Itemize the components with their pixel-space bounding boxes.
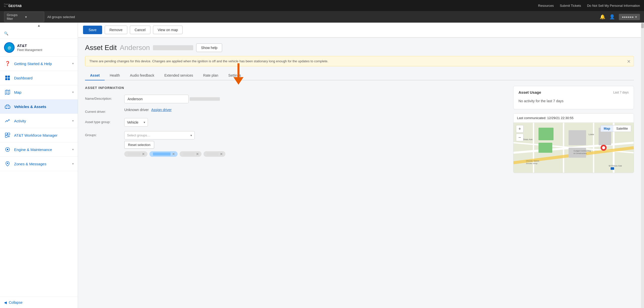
svg-rect-7 bbox=[5, 78, 7, 80]
right-panel: Asset Usage Last 7 days No activity for … bbox=[513, 86, 634, 173]
toolbar: Save Remove Cancel View on map bbox=[78, 23, 641, 37]
sidebar-search-area: 🔍 bbox=[0, 28, 78, 39]
tag-item-3: ✕ bbox=[180, 151, 202, 157]
notification-bell-icon[interactable]: 🔔 bbox=[600, 14, 605, 20]
tag-item-1: ✕ bbox=[124, 151, 147, 157]
remove-button[interactable]: Remove bbox=[105, 26, 127, 34]
asset-usage-header: Asset Usage Last 7 days bbox=[518, 90, 629, 94]
svg-marker-9 bbox=[5, 90, 10, 94]
collapse-sidebar-button[interactable]: ◀ Collapse bbox=[0, 297, 78, 308]
map-type-map-button[interactable]: Map bbox=[601, 125, 613, 132]
tag-close-icon[interactable]: ✕ bbox=[142, 152, 145, 156]
svg-text:GEOTAB: GEOTAB bbox=[8, 4, 22, 8]
tag-item-2: ✕ bbox=[149, 151, 178, 157]
type-select[interactable]: Vehicle bbox=[125, 118, 141, 126]
groups-placeholder: Select groups... bbox=[125, 131, 188, 139]
engine-label: Engine & Maintenance bbox=[14, 147, 69, 152]
tab-extended[interactable]: Extended services bbox=[159, 71, 198, 80]
tab-audio[interactable]: Audio feedback bbox=[125, 71, 159, 80]
main-layout: ▲ 🔍 @ AT&T Fleet Management ❓ G bbox=[0, 23, 644, 308]
tag-label bbox=[128, 152, 140, 156]
map-type-satellite-button[interactable]: Satellite bbox=[613, 125, 631, 132]
submit-tickets-link[interactable]: Submit Tickets bbox=[560, 4, 581, 8]
tab-settings[interactable]: Settings bbox=[223, 71, 246, 80]
tab-health[interactable]: Health bbox=[105, 71, 125, 80]
groups-label: Groups: bbox=[85, 131, 120, 137]
assign-driver-link[interactable]: Assign driver bbox=[151, 108, 172, 112]
alert-banner: There are pending changes for this devic… bbox=[85, 56, 634, 66]
svg-text:Cudgel Contracting: Cudgel Contracting bbox=[574, 150, 591, 152]
map-label: Map bbox=[14, 90, 69, 94]
type-select-wrapper: Vehicle ▾ bbox=[124, 118, 148, 127]
sidebar-item-workforce[interactable]: AT&T Workforce Manager bbox=[0, 128, 78, 142]
asset-id-redacted bbox=[153, 45, 193, 50]
sidebar-item-vehicles[interactable]: Vehicles & Assets bbox=[0, 99, 78, 114]
scroll-up-area: ▲ bbox=[0, 23, 78, 28]
map-last-comm: Last communicated: 12/29/21 22:30:55 bbox=[513, 114, 634, 123]
chevron-down-icon: ▾ bbox=[25, 15, 42, 19]
engine-icon bbox=[4, 146, 11, 153]
chevron-down-icon: ▾ bbox=[72, 162, 74, 166]
alert-close-button[interactable]: ✕ bbox=[627, 59, 631, 64]
geotab-logo: Powered by GEOTAB bbox=[4, 3, 28, 8]
brand-logo-icon: @ bbox=[4, 42, 15, 53]
tag-close-icon[interactable]: ✕ bbox=[220, 152, 223, 156]
sidebar-item-engine[interactable]: Engine & Maintenance ▾ bbox=[0, 142, 78, 157]
map-card: Last communicated: 12/29/21 22:30:55 bbox=[513, 113, 634, 173]
scrollbar-thumb[interactable] bbox=[641, 23, 644, 28]
sidebar-item-dashboard[interactable]: Dashboard bbox=[0, 71, 78, 85]
tag-close-icon[interactable]: ✕ bbox=[196, 152, 199, 156]
page-content: Asset Edit Anderson Show help There are … bbox=[78, 37, 641, 308]
map-container: S Holmes Ave Loew Cudgel Contracting & C… bbox=[513, 123, 634, 173]
svg-point-39 bbox=[602, 146, 605, 149]
user-menu-button[interactable]: ●●●●●● ▾ bbox=[619, 14, 640, 20]
activity-icon bbox=[4, 117, 11, 124]
asset-usage-title: Asset Usage bbox=[518, 90, 541, 94]
sidebar-nav-list: ❓ Getting Started & Help ▾ Dashboard Map… bbox=[0, 57, 78, 297]
zoom-in-button[interactable]: + bbox=[516, 125, 524, 133]
scroll-up-button[interactable]: ▲ bbox=[0, 23, 78, 28]
svg-point-14 bbox=[8, 108, 9, 109]
zones-label: Zones & Messages bbox=[14, 162, 69, 166]
driver-label: Current driver: bbox=[85, 108, 120, 114]
resources-link[interactable]: Resources bbox=[538, 4, 554, 8]
vehicles-icon bbox=[4, 103, 11, 110]
collapse-label: Collapse bbox=[9, 300, 22, 304]
do-not-sell-link[interactable]: Do Not Sell My Personal Information bbox=[587, 4, 640, 8]
alert-message: There are pending changes for this devic… bbox=[89, 59, 328, 63]
asset-edit-prefix: Asset Edit bbox=[85, 44, 117, 52]
map-controls: + − bbox=[516, 125, 524, 141]
groups-select-wrapper[interactable]: Select groups... ▾ bbox=[124, 131, 195, 139]
two-column-layout: ASSET INFORMATION Name/Description: Curr… bbox=[85, 86, 634, 173]
tab-rate[interactable]: Rate plan bbox=[198, 71, 223, 80]
chevron-down-icon: ▾ bbox=[72, 62, 74, 65]
reset-selection-button[interactable]: Reset selection bbox=[124, 141, 154, 149]
zoom-out-button[interactable]: − bbox=[516, 134, 524, 141]
save-button[interactable]: Save bbox=[83, 26, 102, 34]
asset-name-in-title: Anderson bbox=[120, 44, 150, 52]
svg-rect-12 bbox=[5, 106, 10, 108]
svg-rect-33 bbox=[539, 128, 554, 140]
tag-label bbox=[153, 152, 171, 156]
asset-info-section-title: ASSET INFORMATION bbox=[85, 86, 507, 90]
tag-item-4: ✕ bbox=[204, 151, 225, 157]
sidebar-item-activity[interactable]: Activity ▾ bbox=[0, 114, 78, 128]
sidebar-item-getting-started[interactable]: ❓ Getting Started & Help ▾ bbox=[0, 57, 78, 71]
svg-point-21 bbox=[7, 149, 8, 150]
group-tags: ✕ ✕ ✕ bbox=[124, 151, 225, 157]
groups-filter-dropdown[interactable]: Groups filter ▾ bbox=[4, 12, 44, 22]
collapse-icon: ◀ bbox=[4, 300, 7, 304]
sidebar-item-zones[interactable]: Zones & Messages ▾ bbox=[0, 157, 78, 171]
name-input[interactable] bbox=[124, 95, 189, 103]
view-on-map-button[interactable]: View on map bbox=[153, 26, 183, 34]
svg-rect-16 bbox=[8, 133, 10, 135]
sidebar-item-map[interactable]: Map ▾ bbox=[0, 85, 78, 99]
cancel-button[interactable]: Cancel bbox=[130, 26, 150, 34]
show-help-button[interactable]: Show help bbox=[196, 43, 222, 52]
svg-rect-35 bbox=[569, 130, 586, 145]
svg-rect-8 bbox=[8, 78, 10, 80]
groups-filter-label: Groups filter bbox=[7, 13, 23, 21]
user-icon[interactable]: 👤 bbox=[609, 14, 615, 20]
tab-asset[interactable]: Asset bbox=[85, 71, 105, 80]
tag-close-icon[interactable]: ✕ bbox=[172, 152, 175, 156]
